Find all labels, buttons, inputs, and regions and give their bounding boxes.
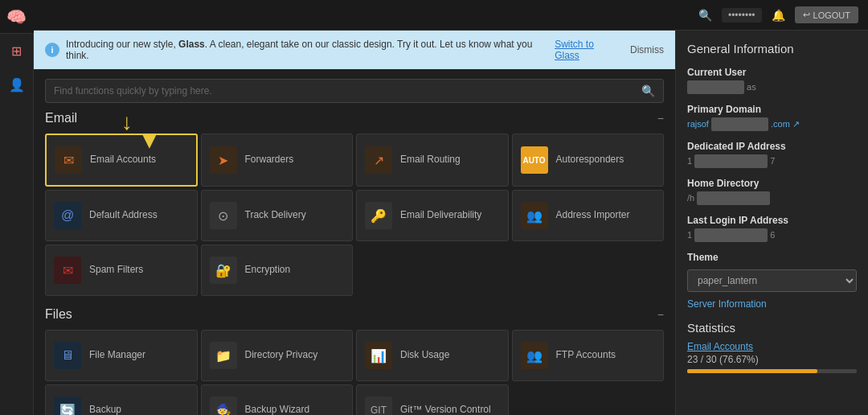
forwarders-icon: ➤ xyxy=(210,146,237,174)
grid-item-spam-filters[interactable]: ✉ Spam Filters xyxy=(45,244,198,296)
search-input-wrap: 🔍 xyxy=(45,79,664,103)
git-icon: GIT xyxy=(365,397,392,415)
search-submit-icon[interactable]: 🔍 xyxy=(641,84,655,97)
right-panel: General Information Current User as Prim… xyxy=(675,31,868,415)
email-deliverability-label: Email Deliverability xyxy=(400,209,481,222)
current-user-value: as xyxy=(687,80,857,94)
spam-filters-icon: ✉ xyxy=(54,257,81,284)
stats-bar-fill xyxy=(687,369,817,373)
sidebar: 🧠 ⊞ 👤 xyxy=(0,0,34,415)
grid-item-default-address[interactable]: @ Default Address xyxy=(45,190,198,241)
files-section: Files − 🖥 File Manager 📁 Directory Priva… xyxy=(34,307,675,415)
address-importer-label: Address Importer xyxy=(556,209,630,222)
grid-item-file-manager[interactable]: 🖥 File Manager xyxy=(45,330,198,381)
primary-domain-value: rajsof .com ↗ xyxy=(687,117,857,131)
backup-label: Backup xyxy=(89,404,121,415)
ftp-accounts-label: FTP Accounts xyxy=(556,349,616,362)
file-manager-label: File Manager xyxy=(89,349,145,362)
search-input[interactable] xyxy=(54,85,641,97)
dismiss-button[interactable]: Dismiss xyxy=(630,44,664,55)
logout-button[interactable]: ↩ LOGOUT xyxy=(795,6,858,23)
switch-to-glass-button[interactable]: Switch to Glass xyxy=(555,39,620,61)
topbar-user: •••••••• xyxy=(722,8,762,23)
main-wrapper: 🔍 •••••••• 🔔 ↩ LOGOUT i Introducing our … xyxy=(34,0,868,415)
email-section-collapse[interactable]: − xyxy=(657,112,664,125)
banner-info-icon: i xyxy=(45,43,59,57)
current-user-label: Current User xyxy=(687,67,857,78)
grid-item-address-importer[interactable]: 👥 Address Importer xyxy=(512,190,665,241)
grid-item-track-delivery[interactable]: ⊙ Track Delivery xyxy=(201,190,354,241)
sidebar-logo: 🧠 xyxy=(0,0,34,34)
grid-item-email-accounts[interactable]: ✉ Email Accounts xyxy=(45,134,198,187)
directory-privacy-label: Directory Privacy xyxy=(245,349,318,362)
last-login-ip-blurred xyxy=(694,228,768,242)
sidebar-item-user[interactable]: 👤 xyxy=(0,68,34,101)
sidebar-item-home[interactable]: ⊞ xyxy=(0,34,34,68)
primary-domain-blurred xyxy=(711,117,768,131)
server-info-link[interactable]: Server Information xyxy=(687,298,857,310)
banner-left: i Introducing our new style, Glass. A cl… xyxy=(45,39,555,61)
encryption-icon: 🔐 xyxy=(210,257,237,284)
user-icon: 👤 xyxy=(9,77,25,92)
search-icon[interactable]: 🔍 xyxy=(698,9,712,22)
grid-item-email-routing[interactable]: ↗ Email Routing xyxy=(356,134,509,187)
ftp-accounts-icon: 👥 xyxy=(521,342,548,369)
banner: i Introducing our new style, Glass. A cl… xyxy=(34,31,675,69)
grid-item-ftp-accounts[interactable]: 👥 FTP Accounts xyxy=(512,330,665,381)
email-routing-label: Email Routing xyxy=(400,154,461,166)
primary-domain-label: Primary Domain xyxy=(687,104,857,115)
logout-icon: ↩ xyxy=(803,10,810,20)
current-user-blurred xyxy=(687,80,744,94)
last-login-ip-label: Last Login IP Address xyxy=(687,215,857,226)
email-section-header: Email − xyxy=(45,111,664,125)
grid-item-forwarders[interactable]: ➤ Forwarders xyxy=(201,134,354,187)
grid-item-disk-usage[interactable]: 📊 Disk Usage xyxy=(356,330,509,381)
grid-item-email-deliverability[interactable]: 🔑 Email Deliverability xyxy=(356,190,509,241)
home-dir-blurred xyxy=(697,191,770,205)
directory-privacy-icon: 📁 xyxy=(210,342,237,369)
last-login-ip-value: 1 6 xyxy=(687,228,857,242)
grid-item-directory-privacy[interactable]: 📁 Directory Privacy xyxy=(201,330,354,381)
spam-filters-label: Spam Filters xyxy=(89,264,143,277)
email-grid: ✉ Email Accounts ➤ Forwarders ↗ Email Ro… xyxy=(45,134,664,296)
email-section: Email − ▲ ↓ ✉ Email Accounts ➤ xyxy=(34,111,675,307)
home-directory-value: /h xyxy=(687,191,857,205)
address-importer-icon: 👥 xyxy=(521,202,548,229)
stats-email-accounts-link[interactable]: Email Accounts xyxy=(687,341,857,352)
file-manager-icon: 🖥 xyxy=(54,342,81,369)
email-accounts-icon: ✉ xyxy=(55,146,82,174)
theme-label: Theme xyxy=(687,252,857,263)
backup-wizard-label: Backup Wizard xyxy=(245,404,310,415)
email-routing-icon: ↗ xyxy=(365,146,392,174)
theme-select[interactable]: paper_lantern xyxy=(687,269,857,292)
grid-item-encryption[interactable]: 🔐 Encryption xyxy=(201,244,354,296)
encryption-label: Encryption xyxy=(245,264,291,277)
arrow-pointer: ▲ xyxy=(137,129,162,155)
banner-right: Switch to Glass Dismiss xyxy=(555,39,664,61)
backup-wizard-icon: 🧙 xyxy=(210,397,237,415)
stats-title: Statistics xyxy=(687,321,857,335)
bell-icon[interactable]: 🔔 xyxy=(772,9,785,22)
git-label: Git™ Version Control xyxy=(400,404,491,415)
banner-message: Introducing our new style, Glass. A clea… xyxy=(66,39,555,61)
stats-email-value: 23 / 30 (76.67%) xyxy=(687,354,857,365)
grid-item-backup-wizard[interactable]: 🧙 Backup Wizard xyxy=(201,384,354,415)
dedicated-ip-value: 1 7 xyxy=(687,154,857,168)
files-grid: 🖥 File Manager 📁 Directory Privacy 📊 Dis… xyxy=(45,330,664,415)
disk-usage-label: Disk Usage xyxy=(400,349,449,362)
forwarders-label: Forwarders xyxy=(245,154,294,166)
grid-item-autoresponders[interactable]: AUTO Autoresponders xyxy=(512,134,665,187)
home-directory-label: Home Directory xyxy=(687,178,857,189)
left-panel: i Introducing our new style, Glass. A cl… xyxy=(34,31,675,415)
files-section-title: Files xyxy=(45,307,72,322)
grid-item-git-version-control[interactable]: GIT Git™ Version Control xyxy=(356,384,509,415)
files-section-header: Files − xyxy=(45,307,664,322)
email-section-title: Email xyxy=(45,111,77,125)
disk-usage-icon: 📊 xyxy=(365,342,392,369)
right-panel-title: General Information xyxy=(687,42,857,55)
email-deliverability-icon: 🔑 xyxy=(365,202,392,229)
grid-item-backup[interactable]: 🔄 Backup xyxy=(45,384,198,415)
track-delivery-icon: ⊙ xyxy=(210,202,237,229)
autoresponders-label: Autoresponders xyxy=(556,154,624,166)
files-section-collapse[interactable]: − xyxy=(657,308,664,321)
